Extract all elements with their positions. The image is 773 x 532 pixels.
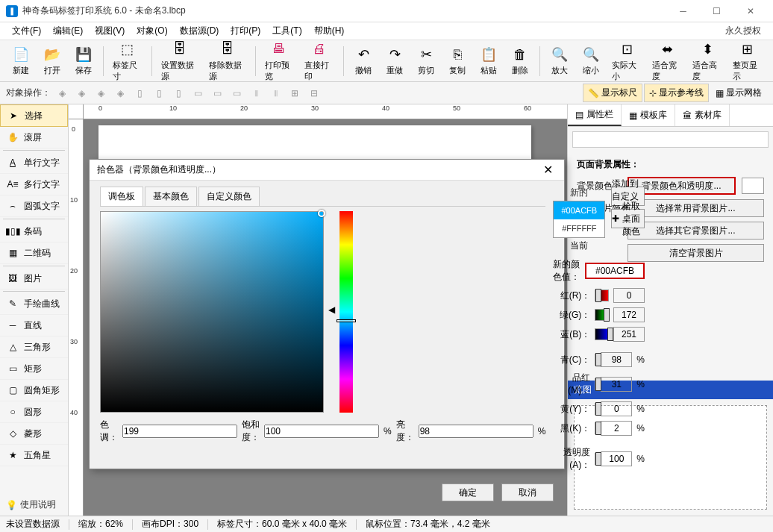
y-value[interactable]: 0 bbox=[601, 401, 632, 416]
g-value[interactable]: 172 bbox=[613, 307, 645, 322]
tb-cut[interactable]: ✂剪切 bbox=[411, 44, 441, 78]
tb-undo[interactable]: ↶撤销 bbox=[348, 44, 378, 78]
m-slider[interactable] bbox=[595, 378, 596, 390]
b-slider[interactable] bbox=[595, 328, 609, 340]
hue-cursor[interactable] bbox=[337, 319, 356, 322]
tb-copy[interactable]: ⎘复制 bbox=[442, 44, 472, 78]
layer4-icon[interactable]: ◈ bbox=[112, 85, 128, 101]
c-value[interactable]: 98 bbox=[601, 352, 632, 367]
pick-screen-button[interactable]: ✚拾取桌面颜色 bbox=[611, 209, 645, 228]
tool-triangle[interactable]: △三角形 bbox=[0, 337, 68, 358]
tool-singletext[interactable]: A单行文字 bbox=[0, 152, 68, 174]
tool-rect[interactable]: ▭矩形 bbox=[0, 358, 68, 380]
align1-icon[interactable]: ▯ bbox=[131, 85, 148, 101]
m-value[interactable]: 31 bbox=[601, 377, 632, 392]
r-slider[interactable] bbox=[595, 290, 609, 301]
tab-custom[interactable]: 自定义颜色 bbox=[198, 187, 260, 206]
tb-zoomout[interactable]: 🔍缩小 bbox=[576, 44, 606, 78]
tb-removeds[interactable]: 🗄移除数据源 bbox=[204, 39, 251, 84]
tool-line[interactable]: ─直线 bbox=[0, 315, 68, 337]
a-value[interactable]: 100 bbox=[601, 451, 632, 466]
menu-file[interactable]: 文件(F) bbox=[6, 22, 47, 40]
tool-scroll[interactable]: ✋滚屏 bbox=[0, 127, 68, 148]
layer3-icon[interactable]: ◈ bbox=[93, 85, 109, 101]
tb-redo[interactable]: ↷重做 bbox=[380, 44, 410, 78]
btn-clear-bg[interactable]: 清空背景图片 bbox=[628, 244, 764, 262]
tb-zoomin[interactable]: 🔍放大 bbox=[545, 44, 575, 78]
menu-edit[interactable]: 编辑(E) bbox=[47, 22, 89, 40]
menu-tools[interactable]: 工具(T) bbox=[266, 22, 307, 40]
tab-material[interactable]: 🏛素材库 bbox=[675, 104, 730, 126]
menu-datasource[interactable]: 数据源(D) bbox=[174, 22, 225, 40]
menu-object[interactable]: 对象(O) bbox=[131, 22, 173, 40]
tool-circle[interactable]: ○圆形 bbox=[0, 401, 68, 423]
dist2-icon[interactable]: ⫴ bbox=[267, 85, 284, 101]
light-input[interactable] bbox=[419, 425, 533, 438]
align6-icon[interactable]: ▭ bbox=[228, 85, 245, 101]
sv-cursor[interactable] bbox=[318, 210, 325, 217]
tb-save[interactable]: 💾保存 bbox=[69, 44, 98, 78]
tool-roundrect[interactable]: ▢圆角矩形 bbox=[0, 380, 68, 401]
minimize-button[interactable]: ─ bbox=[666, 1, 700, 22]
dist1-icon[interactable]: ⫴ bbox=[248, 85, 264, 101]
align4-icon[interactable]: ▭ bbox=[190, 85, 206, 101]
hue-slider[interactable] bbox=[339, 211, 353, 413]
toggle-grid[interactable]: ▦显示网格 bbox=[710, 84, 767, 102]
b-value[interactable]: 251 bbox=[613, 327, 645, 342]
search-input[interactable] bbox=[572, 131, 769, 148]
tb-fitpage[interactable]: ⊞整页显示 bbox=[728, 39, 767, 84]
tool-qrcode[interactable]: ▦二维码 bbox=[0, 242, 68, 264]
r-value[interactable]: 0 bbox=[613, 288, 645, 303]
c-slider[interactable] bbox=[595, 354, 596, 366]
menu-view[interactable]: 视图(V) bbox=[89, 22, 131, 40]
g-slider[interactable] bbox=[595, 309, 609, 321]
tb-fith[interactable]: ⬍适合高度 bbox=[688, 39, 727, 84]
align5-icon[interactable]: ▭ bbox=[209, 85, 225, 101]
tool-diamond[interactable]: ◇菱形 bbox=[0, 423, 68, 445]
tool-image[interactable]: 🖼图片 bbox=[0, 268, 68, 290]
dialog-close-button[interactable]: ✕ bbox=[539, 161, 557, 179]
help-link[interactable]: 💡使用说明 bbox=[3, 495, 59, 514]
cancel-button[interactable]: 取消 bbox=[501, 484, 554, 501]
tb-preview[interactable]: 🖶打印预览 bbox=[260, 39, 299, 84]
tab-props[interactable]: ▤属性栏 bbox=[568, 104, 622, 126]
tool-barcode[interactable]: ▮▯▮条码 bbox=[0, 221, 68, 242]
tool-freehand[interactable]: ✎手绘曲线 bbox=[0, 293, 68, 315]
toggle-guide[interactable]: ⊹显示参考线 bbox=[644, 84, 709, 102]
tb-labelsize[interactable]: ⬚标签尺寸 bbox=[108, 39, 147, 84]
a-slider[interactable] bbox=[595, 453, 596, 465]
tb-new[interactable]: 📄新建 bbox=[6, 44, 36, 78]
tab-palette[interactable]: 调色板 bbox=[100, 187, 143, 206]
sat-input[interactable] bbox=[264, 425, 379, 438]
menu-help[interactable]: 帮助(H) bbox=[308, 22, 351, 40]
ok-button[interactable]: 确定 bbox=[442, 484, 494, 501]
k-value[interactable]: 2 bbox=[601, 421, 632, 436]
tb-fitw[interactable]: ⬌适合宽度 bbox=[648, 39, 686, 84]
maximize-button[interactable]: ☐ bbox=[700, 1, 733, 22]
tab-basic[interactable]: 基本颜色 bbox=[145, 187, 197, 206]
tb-setds[interactable]: 🗄设置数据源 bbox=[157, 39, 203, 84]
close-button[interactable]: ✕ bbox=[733, 1, 767, 22]
btn-other-bg[interactable]: 选择其它背景图片... bbox=[628, 222, 764, 240]
k-slider[interactable] bbox=[595, 422, 596, 434]
tb-print[interactable]: 🖨直接打印 bbox=[300, 39, 339, 84]
tool-arctext[interactable]: ⌢圆弧文字 bbox=[0, 195, 68, 217]
btn-common-bg[interactable]: 选择常用背景图片... bbox=[628, 199, 764, 217]
hex-input[interactable] bbox=[585, 263, 645, 279]
tool-multitext[interactable]: A≡多行文字 bbox=[0, 174, 68, 195]
align2-icon[interactable]: ▯ bbox=[151, 85, 167, 101]
align3-icon[interactable]: ▯ bbox=[170, 85, 187, 101]
tb-actual[interactable]: ⊡实际大小 bbox=[607, 39, 646, 84]
tb-delete[interactable]: 🗑删除 bbox=[505, 44, 535, 78]
y-slider[interactable] bbox=[595, 403, 596, 415]
sv-picker[interactable] bbox=[100, 211, 324, 413]
menu-print[interactable]: 打印(P) bbox=[225, 22, 266, 40]
ungroup-icon[interactable]: ⊟ bbox=[306, 85, 322, 101]
color-swatch[interactable] bbox=[742, 178, 764, 194]
hue-input[interactable] bbox=[122, 425, 237, 438]
layer2-icon[interactable]: ◈ bbox=[73, 85, 90, 101]
tool-select[interactable]: ➤选择 bbox=[0, 104, 68, 127]
tb-paste[interactable]: 📋粘贴 bbox=[474, 44, 504, 78]
group-icon[interactable]: ⊞ bbox=[287, 85, 303, 101]
layer-icon[interactable]: ◈ bbox=[54, 85, 70, 101]
